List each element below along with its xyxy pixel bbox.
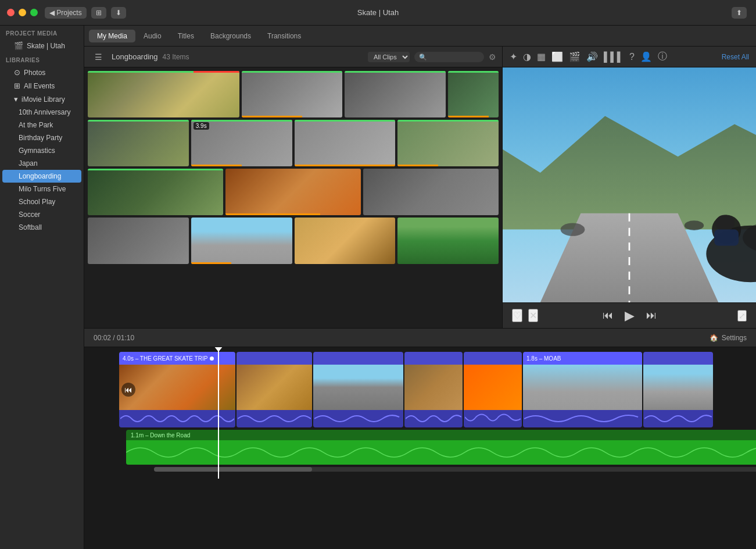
track-skip-left-button[interactable]: ⏮	[121, 383, 135, 397]
media-clip-15[interactable]	[397, 218, 499, 264]
camera-stabilize-icon[interactable]: 🎬	[569, 51, 581, 62]
sidebar-item-softball[interactable]: Softball	[2, 221, 81, 234]
tab-my-media[interactable]: My Media	[89, 30, 135, 42]
media-clip-13[interactable]	[191, 218, 292, 264]
grid-row-4	[88, 218, 499, 264]
magic-wand-icon[interactable]: ✦	[510, 51, 517, 62]
sidebar-photos-label: Photos	[24, 69, 45, 77]
media-clip-11[interactable]	[363, 169, 499, 215]
timeline-header: 00:02 / 01:10 🏠 Settings	[84, 329, 756, 347]
grid-view-btn[interactable]: ☰	[90, 51, 107, 63]
video-track: ⏮ 4.0s – THE GREAT SKATE TRIP	[119, 352, 756, 427]
preview-controls: ♡ ✕ ⏮ ▶ ⏭ ⤢	[503, 302, 756, 328]
media-clip-9[interactable]	[88, 169, 223, 215]
clip-duration: 3.9s	[194, 122, 209, 130]
clip-thumbnail-2	[237, 365, 312, 410]
media-clip-2[interactable]	[242, 71, 343, 117]
close-button[interactable]	[7, 9, 15, 16]
play-button[interactable]: ▶	[625, 308, 635, 323]
view-toggle-button[interactable]: ⊞	[91, 7, 106, 19]
grid-row-1	[88, 71, 499, 117]
traffic-lights	[7, 9, 38, 16]
media-grid: 3.9s	[84, 67, 502, 328]
sidebar-item-school-play[interactable]: School Play	[2, 195, 81, 208]
video-clip-2[interactable]	[237, 352, 312, 427]
equalizer-icon[interactable]: ▌▌▌	[604, 52, 624, 62]
skip-back-button[interactable]: ⏮	[603, 309, 613, 322]
reset-all-button[interactable]: Reset All	[722, 53, 749, 61]
timeline-body[interactable]: ⏮ 4.0s – THE GREAT SKATE TRIP	[84, 347, 756, 549]
svg-rect-10	[714, 230, 739, 246]
settings-gear-icon[interactable]: ⚙	[489, 52, 496, 62]
video-clip-7[interactable]	[643, 352, 713, 427]
video-clip-4[interactable]	[404, 352, 463, 427]
color-board-icon[interactable]: ◑	[523, 51, 531, 62]
sidebar-item-soccer[interactable]: Soccer	[2, 208, 81, 221]
sidebar-item-birthday-party[interactable]: Birthday Party	[2, 131, 81, 144]
sidebar-item-japan[interactable]: Japan	[2, 157, 81, 170]
sidebar-item-gymnastics[interactable]: Gymnastics	[2, 144, 81, 157]
media-browser: ☰ Longboarding 43 Items All Clips ⚙	[84, 47, 503, 328]
minimize-button[interactable]	[19, 9, 26, 16]
settings-button[interactable]: 🏠 Settings	[710, 334, 747, 342]
media-clip-8[interactable]	[397, 120, 499, 166]
sidebar-item-project[interactable]: 🎬 Skate | Utah	[2, 39, 81, 52]
search-input[interactable]	[414, 52, 484, 62]
fullscreen-button[interactable]	[30, 9, 38, 16]
share-button[interactable]: ⬆	[732, 7, 747, 19]
softball-label: Softball	[19, 223, 42, 231]
sidebar-item-longboarding[interactable]: Longboarding	[2, 170, 81, 183]
sidebar-item-photos[interactable]: ⊙ Photos	[2, 66, 81, 79]
tab-backgrounds[interactable]: Backgrounds	[202, 30, 259, 42]
sidebar-item-imovie-library[interactable]: ▾ iMovie Library	[2, 92, 81, 106]
tab-transitions[interactable]: Transitions	[259, 30, 309, 42]
sidebar-item-milo-turns-five[interactable]: Milo Turns Five	[2, 183, 81, 195]
video-clip-5[interactable]	[464, 352, 522, 427]
volume-icon[interactable]: 🔊	[586, 51, 598, 62]
clip-dot-1	[210, 357, 214, 361]
media-clip-6[interactable]: 3.9s	[191, 120, 292, 166]
media-clip-10[interactable]	[225, 169, 361, 215]
media-clip-7[interactable]	[295, 120, 396, 166]
media-clip-1[interactable]	[88, 71, 239, 117]
media-clip-5[interactable]	[88, 120, 189, 166]
playhead	[218, 347, 219, 479]
fullscreen-toggle-button[interactable]: ⤢	[737, 310, 747, 322]
sidebar-item-10th-anniversary[interactable]: 10th Anniversary	[2, 106, 81, 119]
clip-audio-wave-5	[464, 410, 522, 427]
clip-title-5	[464, 352, 522, 365]
tab-titles[interactable]: Titles	[170, 30, 202, 42]
reject-button[interactable]: ✕	[528, 309, 538, 322]
content-area: My Media Audio Titles Backgrounds Transi…	[84, 26, 756, 549]
video-clip-3[interactable]	[313, 352, 403, 427]
crop-icon[interactable]: ⬜	[551, 51, 563, 62]
video-clip-6[interactable]: 1.8s – MOAB	[523, 352, 642, 427]
favorite-button[interactable]: ♡	[512, 309, 522, 322]
person-icon[interactable]: 👤	[640, 51, 652, 62]
tab-audio[interactable]: Audio	[135, 30, 170, 42]
clip-thumbnail-6	[523, 365, 642, 410]
japan-label: Japan	[19, 159, 38, 167]
sidebar-library-label: iMovie Library	[22, 95, 65, 104]
sidebar-item-at-the-park[interactable]: At the Park	[2, 119, 81, 131]
projects-button[interactable]: ◀ Projects	[45, 7, 87, 19]
media-clip-12[interactable]	[88, 218, 189, 264]
media-clip-3[interactable]	[345, 71, 446, 117]
playhead-triangle	[214, 347, 223, 352]
sidebar-all-events-label: All Events	[24, 82, 55, 90]
info-icon[interactable]: ⓘ	[658, 51, 667, 63]
preview-placeholder	[503, 67, 756, 302]
timeline-scrollbar[interactable]	[154, 467, 756, 472]
question-icon[interactable]: ?	[629, 52, 635, 62]
clip-title-7	[643, 352, 713, 365]
gymnastics-label: Gymnastics	[19, 147, 55, 155]
sidebar-item-all-events[interactable]: ⊞ All Events	[2, 79, 81, 92]
clips-filter[interactable]: All Clips	[368, 52, 410, 62]
skip-forward-button[interactable]: ⏭	[646, 309, 657, 322]
titlebar-left-controls: ◀ Projects ⊞ ⬇	[45, 7, 126, 19]
milo-turns-five-label: Milo Turns Five	[19, 185, 66, 193]
color-wheel-icon[interactable]: ▦	[537, 51, 546, 62]
media-clip-4[interactable]	[448, 71, 499, 117]
import-button[interactable]: ⬇	[111, 7, 126, 19]
media-clip-14[interactable]	[295, 218, 396, 264]
